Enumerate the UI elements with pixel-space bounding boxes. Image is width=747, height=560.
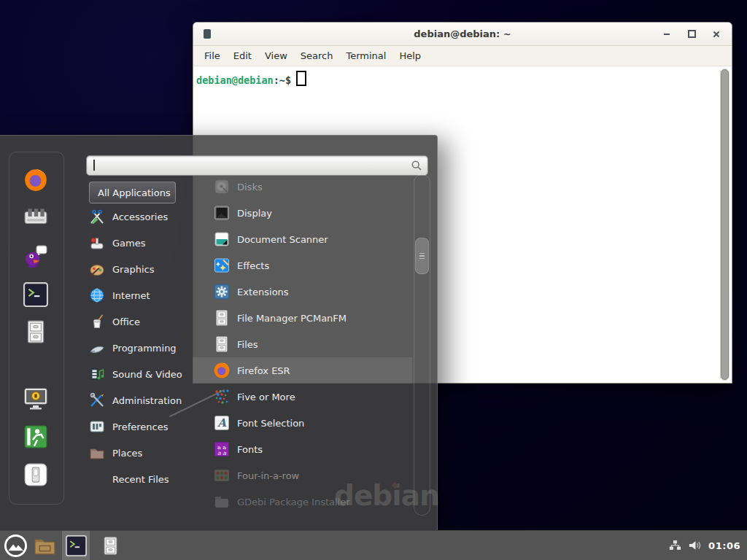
terminal-menubar: File Edit View Search Terminal Help — [193, 46, 732, 66]
maximize-icon — [688, 30, 696, 38]
terminal-scrollbar-thumb[interactable] — [721, 69, 729, 380]
favorite-settings[interactable] — [23, 205, 48, 230]
app-display[interactable]: Display — [193, 200, 412, 226]
app-label: Display — [237, 208, 272, 219]
app-label: Files — [237, 339, 258, 350]
favorite-lock-screen[interactable] — [23, 386, 48, 411]
taskbar-file-manager-button[interactable] — [31, 531, 58, 560]
app-fonts[interactable]: a aa a Fonts — [193, 436, 412, 462]
document-scanner-icon — [213, 230, 231, 248]
search-input[interactable] — [94, 158, 407, 174]
category-accessories[interactable]: Accessories — [89, 203, 206, 230]
app-label: Font Selection — [237, 418, 304, 429]
app-extensions[interactable]: Extensions — [193, 279, 412, 305]
category-office[interactable]: Office — [89, 308, 206, 335]
application-list: Disks Display Document Scanner Effects E… — [193, 174, 412, 515]
app-label: Document Scanner — [237, 234, 328, 245]
file-cabinet-icon — [213, 335, 231, 353]
menu-edit[interactable]: Edit — [227, 46, 258, 66]
app-label: Disks — [237, 182, 263, 192]
folder-icon — [34, 536, 56, 556]
font-selection-icon: A — [213, 414, 231, 432]
menu-view[interactable]: View — [258, 46, 294, 66]
category-recent-files[interactable]: Recent Files — [89, 466, 206, 492]
category-programming[interactable]: Programming — [89, 335, 206, 361]
app-disks[interactable]: Disks — [193, 174, 412, 200]
terminal-titlebar[interactable]: debian@debian: ~ — [193, 23, 732, 46]
category-label: Preferences — [112, 421, 168, 432]
app-label: Extensions — [237, 287, 289, 298]
minimize-icon — [664, 34, 670, 35]
category-label: Administration — [112, 395, 182, 406]
app-label: Firefox ESR — [237, 365, 290, 376]
category-label: Graphics — [112, 264, 154, 275]
games-icon — [89, 235, 105, 251]
menu-terminal[interactable]: Terminal — [339, 46, 392, 66]
firefox-icon — [213, 362, 231, 379]
favorite-terminal[interactable] — [23, 282, 48, 307]
taskbar-files-button[interactable] — [96, 531, 124, 560]
menu-search[interactable]: Search — [294, 46, 340, 66]
sound-video-icon — [89, 366, 105, 382]
maximize-button[interactable] — [685, 28, 698, 41]
application-menu: All Applications Accessories Games Graph… — [0, 135, 438, 532]
favorite-pidgin[interactable] — [23, 244, 48, 269]
favorite-shutdown[interactable] — [23, 462, 48, 487]
category-sound-video[interactable]: Sound & Video — [89, 361, 206, 387]
app-effects[interactable]: Effects — [193, 252, 412, 279]
category-label: Internet — [112, 290, 150, 301]
settings-mixer-icon — [23, 205, 48, 230]
taskbar-terminal-button[interactable] — [62, 531, 90, 560]
category-places[interactable]: Places — [89, 440, 206, 466]
app-five-or-more[interactable]: Five or More — [193, 384, 412, 410]
firefox-icon — [23, 168, 48, 192]
category-label: Office — [112, 316, 140, 327]
menu-file[interactable]: File — [198, 46, 227, 66]
terminal-scrollbar[interactable] — [720, 69, 729, 381]
window-controls — [660, 23, 723, 45]
office-icon — [89, 314, 105, 330]
app-document-scanner[interactable]: Document Scanner — [193, 226, 412, 252]
system-tray: 01:06 — [669, 540, 747, 551]
category-graphics[interactable]: Graphics — [89, 256, 206, 282]
close-button[interactable] — [710, 28, 723, 41]
all-applications-button[interactable]: All Applications — [89, 182, 176, 203]
taskbar-menu-button[interactable] — [0, 531, 31, 560]
svg-text:a a: a a — [217, 450, 226, 456]
desktop: debian debian@debian: ~ File Edit View S… — [0, 0, 747, 560]
terminal-icon — [23, 282, 48, 307]
category-internet[interactable]: Internet — [89, 282, 206, 308]
app-label: GDebi Package Installer — [237, 497, 350, 508]
app-gdebi-package-installer[interactable]: GDebi Package Installer — [193, 489, 412, 515]
volume-icon[interactable] — [688, 540, 702, 551]
category-label: Places — [112, 448, 142, 459]
taskbar-clock[interactable]: 01:06 — [708, 540, 740, 551]
category-games[interactable]: Games — [89, 230, 206, 256]
pidgin-icon — [23, 244, 48, 269]
favorite-file-manager[interactable] — [23, 319, 48, 344]
package-installer-icon — [213, 493, 231, 510]
app-list-scrollbar[interactable] — [414, 174, 430, 516]
app-list-scrollbar-thumb[interactable] — [415, 238, 429, 274]
terminal-icon — [66, 535, 87, 556]
network-icon[interactable] — [669, 540, 681, 551]
category-label: Accessories — [112, 211, 168, 222]
category-administration[interactable]: Administration — [89, 387, 206, 413]
svg-text:A: A — [217, 416, 227, 429]
minimize-button[interactable] — [660, 28, 673, 41]
favorite-log-out[interactable] — [23, 424, 48, 449]
administration-icon — [89, 392, 105, 408]
menu-help[interactable]: Help — [392, 46, 427, 66]
search-icon — [411, 160, 422, 171]
app-firefox-esr[interactable]: Firefox ESR — [193, 357, 412, 384]
close-icon — [713, 31, 720, 38]
app-files[interactable]: Files — [193, 331, 412, 357]
app-file-manager-pcmanfm[interactable]: File Manager PCManFM — [193, 305, 412, 331]
app-font-selection[interactable]: A Font Selection — [193, 410, 412, 436]
app-four-in-a-row[interactable]: Four-in-a-row — [193, 462, 412, 489]
favorite-firefox[interactable] — [23, 168, 48, 192]
category-preferences[interactable]: Preferences — [89, 413, 206, 440]
preferences-icon — [89, 419, 105, 435]
prompt-user-host: debian@debian — [196, 74, 274, 86]
internet-icon — [89, 287, 105, 303]
